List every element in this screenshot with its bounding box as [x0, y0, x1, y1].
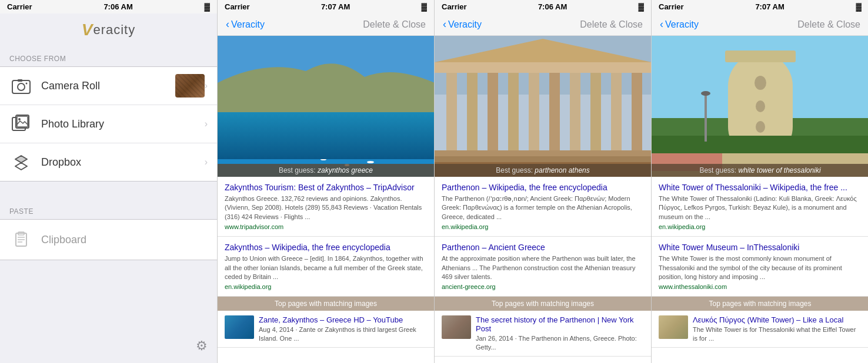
svg-rect-35 — [435, 150, 652, 156]
result-desc-3-0: The Parthenon (/ˈpɑːrθəˌnɒn/; Ancient Gr… — [442, 194, 644, 221]
parthenon-image — [435, 36, 651, 177]
battery-2: ▓ — [422, 2, 427, 11]
svg-point-48 — [701, 91, 710, 96]
camera-icon — [9, 74, 33, 98]
camera-roll-label: Camera Roll — [41, 80, 175, 92]
best-guess-bar-3: Best guess: parthenon athens — [435, 164, 651, 177]
bottom-result-text-4: Λευκός Πύργος (White Tower) – Like a Loc… — [693, 315, 862, 342]
carrier-1: Carrier — [7, 2, 32, 11]
results-list-3: Parthenon – Wikipedia, the free encyclop… — [435, 177, 651, 363]
white-tower-panel: Carrier 7:07 AM ▓ ‹ Veracity Delete & Cl… — [652, 0, 868, 363]
back-button-2[interactable]: ‹ Veracity — [226, 18, 265, 31]
result-title-4-1: White Tower Museum – InThessaloniki — [659, 243, 862, 252]
svg-rect-33 — [435, 62, 652, 73]
svg-rect-2 — [18, 79, 22, 82]
result-item-3-1[interactable]: Parthenon – Ancient Greece At the approx… — [435, 237, 651, 297]
camera-roll-item[interactable]: Camera Roll › — [0, 67, 217, 105]
time-3: 7:06 AM — [538, 2, 567, 11]
dropbox-chevron: › — [205, 157, 208, 167]
photo-library-chevron: › — [205, 119, 208, 129]
delete-close-4[interactable]: Delete & Close — [797, 19, 860, 30]
result-item-2-1[interactable]: Zakynthos – Wikipedia, the free encyclop… — [218, 237, 434, 297]
bottom-result-3[interactable]: The secret history of the Parthenon | Ne… — [435, 311, 651, 357]
result-desc-2-0: Zakynthos Greece. 132,762 reviews and op… — [225, 194, 427, 221]
time-1: 7:06 AM — [104, 2, 132, 11]
svg-rect-32 — [632, 68, 642, 153]
white-tower-image — [652, 36, 868, 177]
clipboard-item[interactable]: Clipboard — [0, 219, 217, 260]
result-item-3-0[interactable]: Parthenon – Wikipedia, the free encyclop… — [435, 177, 651, 237]
zakynthos-panel: Carrier 7:07 AM ▓ ‹ Veracity Delete & Cl… — [218, 0, 435, 363]
result-url-3-0: en.wikipedia.org — [442, 223, 644, 230]
svg-rect-41 — [725, 51, 796, 62]
carrier-4: Carrier — [659, 2, 684, 11]
result-url-4-1: www.inthessaloniki.com — [659, 283, 862, 290]
clipboard-icon — [9, 228, 33, 251]
result-item-2-0[interactable]: Zakynthos Tourism: Best of Zakynthos – T… — [218, 177, 434, 237]
bottom-result-desc-4: The White Tower is for Thessaloniki what… — [693, 325, 862, 342]
svg-rect-30 — [590, 68, 601, 153]
bottom-result-thumb-4 — [659, 315, 688, 339]
back-chevron-3: ‹ — [443, 18, 446, 31]
camera-roll-chevron: › — [205, 80, 208, 91]
result-title-3-1: Parthenon – Ancient Greece — [442, 243, 644, 252]
result-title-2-1: Zakynthos – Wikipedia, the free encyclop… — [225, 243, 427, 252]
veracity-logo: Veracity — [82, 21, 135, 39]
parthenon-panel: Carrier 7:06 AM ▓ ‹ Veracity Delete & Cl… — [435, 0, 652, 363]
delete-close-2[interactable]: Delete & Close — [363, 19, 426, 30]
section-divider-3: Top pages with matching images — [435, 297, 651, 311]
dropbox-item[interactable]: Dropbox › — [0, 143, 217, 181]
svg-rect-0 — [12, 80, 30, 93]
nav-bar-2: ‹ Veracity Delete & Close — [218, 14, 434, 36]
svg-rect-46 — [652, 136, 868, 153]
veracity-v: V — [82, 21, 94, 39]
carrier-2: Carrier — [225, 2, 250, 11]
svg-rect-26 — [508, 68, 519, 153]
bottom-result-text-3: The secret history of the Parthenon | Ne… — [476, 315, 644, 351]
bottom-result-thumb-3 — [442, 315, 471, 339]
status-bar-1: Carrier 7:06 AM ▓ — [0, 0, 217, 14]
result-url-2-1: en.wikipedia.org — [225, 283, 427, 290]
result-title-3-0: Parthenon – Wikipedia, the free encyclop… — [442, 183, 644, 192]
svg-rect-31 — [611, 65, 622, 153]
time-4: 7:07 AM — [755, 2, 784, 11]
bottom-result-4[interactable]: Λευκός Πύργος (White Tower) – Like a Loc… — [652, 311, 868, 348]
back-chevron-2: ‹ — [226, 18, 229, 31]
result-url-3-1: ancient-greece.org — [442, 283, 644, 290]
photo-library-item[interactable]: Photo Library › — [0, 105, 217, 143]
back-button-3[interactable]: ‹ Veracity — [443, 18, 482, 31]
result-item-4-1[interactable]: White Tower Museum – InThessaloniki The … — [652, 237, 868, 297]
svg-rect-24 — [467, 68, 478, 153]
choose-from-panel: Carrier 7:06 AM ▓ Veracity CHOOSE FROM C… — [0, 0, 218, 363]
delete-close-3[interactable]: Delete & Close — [580, 19, 643, 30]
result-url-4-0: en.wikipedia.org — [659, 223, 862, 230]
paste-label: PASTE — [0, 199, 217, 219]
svg-rect-29 — [570, 71, 580, 153]
battery-1: ▓ — [205, 2, 210, 11]
best-guess-label-3: Best guess: — [496, 166, 535, 174]
best-guess-label-4: Best guess: — [699, 166, 738, 174]
best-guess-value-4: white tower of thessaloniki — [738, 166, 820, 174]
choose-from-label: CHOOSE FROM — [0, 46, 217, 66]
result-desc-4-0: The White Tower of Thessaloniki (Ladino:… — [659, 194, 862, 221]
result-item-4-0[interactable]: White Tower of Thessaloniki – Wikipedia,… — [652, 177, 868, 237]
bottom-result-desc-3: Jan 26, 2014 · The Parthenon in Athens, … — [476, 334, 644, 351]
paste-section: PASTE Clipboard — [0, 199, 217, 260]
nav-bar-3: ‹ Veracity Delete & Close — [435, 14, 651, 36]
back-button-4[interactable]: ‹ Veracity — [660, 18, 699, 31]
bottom-result-2[interactable]: Zante, Zakynthos – Greece HD – YouTube A… — [218, 311, 434, 348]
results-list-4: White Tower of Thessaloniki – Wikipedia,… — [652, 177, 868, 363]
bottom-result-desc-2: Aug 4, 2014 · Zante or Zakynthos is thir… — [259, 325, 427, 342]
app-header: Veracity — [0, 14, 217, 46]
svg-rect-23 — [446, 71, 457, 153]
result-desc-3-1: At the approximate position where the Pa… — [442, 254, 644, 281]
svg-marker-9 — [15, 156, 27, 163]
zakynthos-image-container: Best guess: zakynthos greece — [218, 36, 434, 177]
white-tower-image-container: Best guess: white tower of thessaloniki — [652, 36, 868, 177]
settings-icon[interactable]: ⚙ — [196, 338, 208, 354]
back-label-3: Veracity — [448, 19, 482, 30]
best-guess-value-2: zakynthos greece — [318, 166, 373, 174]
status-bar-3: Carrier 7:06 AM ▓ — [435, 0, 651, 14]
back-label-2: Veracity — [231, 19, 265, 30]
battery-4: ▓ — [856, 2, 862, 11]
